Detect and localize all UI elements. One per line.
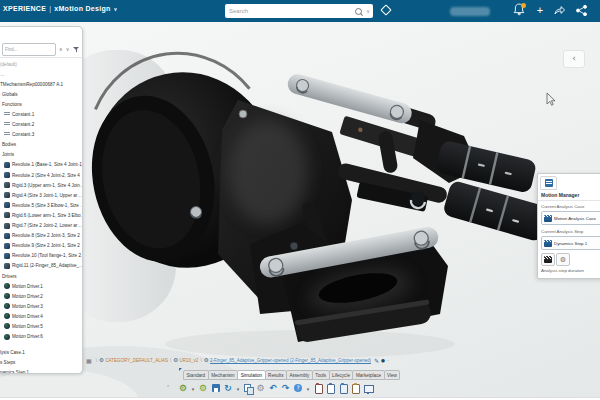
edit-icon[interactable]: ✎ — [374, 357, 379, 364]
ribbon-tab[interactable]: Assembly — [286, 370, 313, 380]
tree-item[interactable]: Rigid.7 (Size 2 Joint-2, Lower ar… — [0, 221, 82, 231]
update-simulation-icon[interactable] — [178, 383, 188, 394]
breadcrumb-more[interactable]: · — [387, 357, 389, 363]
tree-item[interactable]: lysis Case.1 — [0, 348, 82, 358]
analysis-case-icon — [544, 215, 552, 222]
toolbar-overflow-icon[interactable]: ⌃ — [166, 384, 170, 390]
filter-icon[interactable] — [73, 46, 80, 53]
3d-viewport[interactable]: ‹ — [0, 22, 600, 397]
settings-gear-icon[interactable] — [256, 383, 266, 394]
tree-item[interactable]: Motion Driver.1 — [0, 281, 82, 291]
tree-item[interactable]: Motion Driver.6 — [0, 332, 82, 342]
tree-item[interactable]: Constant.3 — [0, 130, 82, 140]
global-search[interactable]: ∨ — [225, 4, 373, 18]
breadcrumb-item[interactable]: \ ⚙ CATEGORY_DEFAULT_ALIAS — [94, 357, 168, 363]
ribbon-tab[interactable]: Results — [265, 370, 287, 380]
ribbon-tab[interactable]: Simulation — [237, 370, 265, 380]
tree-item[interactable]: Revolute.8 (Size 2 Joint-3, Size 2 … — [0, 231, 82, 241]
tree-item[interactable]: Motion Driver.3 — [0, 301, 82, 311]
breadcrumb-menu-icon[interactable]: ▦ — [86, 357, 92, 364]
breadcrumb-label[interactable]: 2-Finger_85_Adaptive_Gripper-opened (2-F… — [210, 358, 371, 363]
dropdown-caret-icon[interactable] — [306, 383, 311, 394]
ribbon-tab[interactable]: Mechanism — [208, 370, 239, 380]
collapse-panel-button[interactable]: ‹ — [563, 50, 585, 68]
breadcrumb-item[interactable]: \ ⚙ UR10_v2 — [168, 357, 198, 363]
tree-item[interactable]: Functions — [0, 99, 82, 109]
tree-item[interactable]: Rigid.3 (Upper arm-1, Size 4 Join… — [0, 180, 82, 190]
tree-item[interactable]: Globals — [0, 89, 82, 99]
tree-item[interactable]: Revolute.9 (Size 2 Joint-1, Size 2 … — [0, 241, 82, 251]
ribbon-tab[interactable]: Standard — [183, 370, 209, 380]
tree-item[interactable]: Bodies — [0, 140, 82, 150]
tag-icon[interactable] — [381, 5, 390, 14]
notifications-bell-icon[interactable] — [513, 3, 527, 17]
component-dot-icon[interactable]: ● — [381, 358, 385, 363]
tree-item[interactable]: namics Step.1 — [0, 368, 82, 373]
dropdown-caret-icon[interactable] — [236, 383, 241, 394]
user-name-blurred[interactable] — [450, 7, 490, 16]
tree-item-label: Constant.3 — [12, 132, 34, 137]
tree-item-label: Bodies — [2, 142, 16, 147]
motion-manager-tab[interactable] — [540, 176, 557, 190]
find-previous-icon[interactable]: ∧ — [59, 46, 63, 52]
tree-item-icon — [4, 182, 10, 188]
share-arrow-icon[interactable] — [553, 3, 567, 17]
undo-icon[interactable] — [268, 383, 278, 394]
find-next-icon[interactable]: ∨ — [66, 46, 70, 52]
simulate-button[interactable] — [541, 253, 555, 266]
tree-item[interactable]: … — [0, 69, 82, 79]
tree-item[interactable]: Constant.2 — [0, 120, 82, 130]
content-tab-red-icon[interactable] — [313, 383, 323, 394]
content-tab-edit-icon[interactable] — [338, 383, 348, 394]
tree-item[interactable]: Drivers — [0, 271, 82, 281]
ribbon-tab[interactable]: View — [384, 370, 401, 380]
tree-item[interactable]: Motion Driver.4 — [0, 311, 82, 321]
search-input[interactable] — [225, 8, 355, 14]
export-icon[interactable] — [243, 383, 253, 394]
save-icon[interactable] — [211, 383, 221, 394]
tree-item[interactable]: s Steps — [0, 358, 82, 368]
tree-item[interactable]: Rigid.4 (Size 3 Joint-1, Upper ar… — [0, 190, 82, 200]
tree-item[interactable]: Revolute.2 (Size 4 Joint-2, Size 4 … — [0, 170, 82, 180]
analysis-step-selector[interactable]: Dynamics Step.1 — [541, 236, 600, 250]
display-icon[interactable] — [363, 383, 373, 394]
dropdown-caret-icon[interactable] — [191, 383, 196, 394]
help-icon[interactable] — [293, 383, 303, 394]
search-icon[interactable] — [355, 8, 362, 15]
redo-icon[interactable] — [281, 383, 291, 394]
tree-item[interactable]: Revolute.1 (Base-1, Size 4 Joint-1) — [0, 160, 82, 170]
app-title[interactable]: XPERIENCE|xMotion Design∨ — [3, 5, 118, 12]
step-settings-button[interactable]: ⚙ — [556, 253, 570, 266]
tree-item[interactable]: (default) — [0, 59, 82, 69]
compute-icon[interactable] — [198, 383, 208, 394]
tree-item[interactable]: TMechanismRep00000687 A.1 — [0, 79, 82, 89]
tree-item[interactable]: Revolute.5 (Size 3 Elbow-1, Size … — [0, 200, 82, 210]
ribbon-tab[interactable]: Marketplace — [352, 370, 384, 380]
breadcrumb-label[interactable]: UR10_v2 — [180, 358, 199, 363]
add-content-icon[interactable]: + — [533, 3, 547, 17]
tree-item[interactable]: Revolute.10 (Tool flange-1, Size 2… — [0, 251, 82, 261]
tab-pin-icon — [179, 368, 182, 371]
tree-item[interactable]: Rigid.11 (2-Finger_85_Adaptive_… — [0, 261, 82, 271]
tree-item[interactable]: Constant.1 — [0, 109, 82, 119]
content-tab-orange-icon[interactable] — [351, 383, 361, 394]
content-tab-blue-icon[interactable] — [326, 383, 336, 394]
ribbon-tab[interactable]: Lifecycle — [329, 370, 354, 380]
tree-item-label: Revolute.5 (Size 3 Elbow-1, Size … — [12, 203, 82, 208]
refresh-icon[interactable] — [223, 383, 233, 394]
search-options-caret-icon[interactable]: ∨ — [366, 8, 370, 14]
breadcrumb-separator: \ — [200, 358, 201, 363]
tree-item[interactable]: Motion Driver.5 — [0, 321, 82, 331]
analysis-case-selector[interactable]: Motion Analysis Case — [541, 211, 600, 225]
tree-item[interactable]: Rigid.6 (Lower arm-1, Size 3 Elbo… — [0, 210, 82, 220]
tree-item[interactable]: Motion Driver.2 — [0, 291, 82, 301]
share-network-icon[interactable] — [575, 3, 589, 17]
breadcrumb-label[interactable]: CATEGORY_DEFAULT_ALIAS — [105, 358, 168, 363]
tree-find-input[interactable] — [2, 43, 56, 56]
ribbon-tab[interactable]: Tools — [312, 370, 330, 380]
tree-item-label: Revolute.2 (Size 4 Joint-2, Size 4 … — [12, 173, 82, 178]
tree-item-label: Revolute.1 (Base-1, Size 4 Joint-1) — [12, 162, 82, 167]
breadcrumb-item[interactable]: \ ⚙ 2-Finger_85_Adaptive_Gripper-opened … — [198, 357, 371, 363]
tree-item[interactable]: Joints — [0, 150, 82, 160]
action-toolbar — [178, 382, 373, 395]
